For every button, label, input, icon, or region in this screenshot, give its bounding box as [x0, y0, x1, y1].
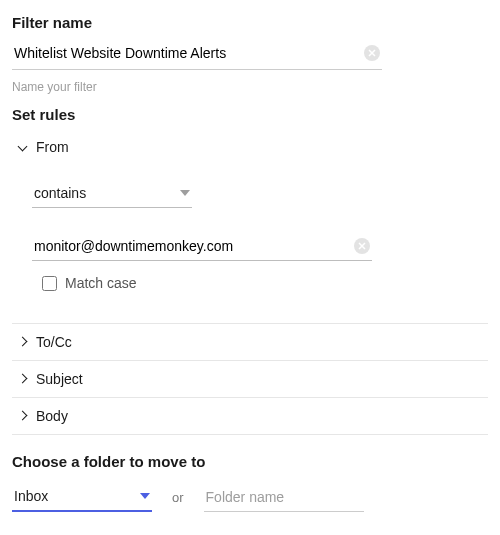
clear-icon[interactable]	[364, 45, 380, 61]
match-case-label: Match case	[65, 275, 137, 291]
folder-select[interactable]: Inbox	[12, 482, 152, 512]
choose-folder-heading: Choose a folder to move to	[12, 453, 488, 470]
rule-subject-label: Subject	[36, 371, 83, 387]
chevron-right-icon	[18, 411, 28, 421]
clear-icon[interactable]	[354, 238, 370, 254]
set-rules-heading: Set rules	[12, 106, 488, 123]
folder-name-input[interactable]	[204, 483, 364, 512]
rule-tocc-label: To/Cc	[36, 334, 72, 350]
rule-from-header[interactable]: From	[12, 129, 488, 165]
rule-tocc-header[interactable]: To/Cc	[12, 324, 488, 361]
rule-body-label: Body	[36, 408, 68, 424]
rule-from-section: From contains Match case	[12, 129, 488, 324]
chevron-right-icon	[18, 374, 28, 384]
rule-from-label: From	[36, 139, 69, 155]
from-value-input[interactable]	[34, 238, 354, 254]
from-value-wrap	[32, 232, 372, 261]
rule-body-header[interactable]: Body	[12, 398, 488, 435]
filter-name-heading: Filter name	[12, 14, 488, 31]
condition-value: contains	[34, 185, 86, 201]
filter-name-input[interactable]	[14, 43, 364, 63]
caret-down-icon	[180, 190, 190, 196]
folder-row: Inbox or	[12, 482, 488, 512]
rule-from-body: contains Match case	[12, 165, 488, 303]
folder-selected-value: Inbox	[14, 488, 48, 504]
condition-select[interactable]: contains	[32, 179, 192, 208]
filter-name-helper: Name your filter	[12, 80, 488, 94]
rule-subject-header[interactable]: Subject	[12, 361, 488, 398]
match-case-row[interactable]: Match case	[42, 275, 482, 291]
chevron-right-icon	[18, 337, 28, 347]
chevron-down-icon	[18, 142, 28, 152]
or-label: or	[172, 490, 184, 505]
match-case-checkbox[interactable]	[42, 276, 57, 291]
filter-name-field-wrap	[12, 37, 382, 70]
caret-down-icon	[140, 493, 150, 499]
